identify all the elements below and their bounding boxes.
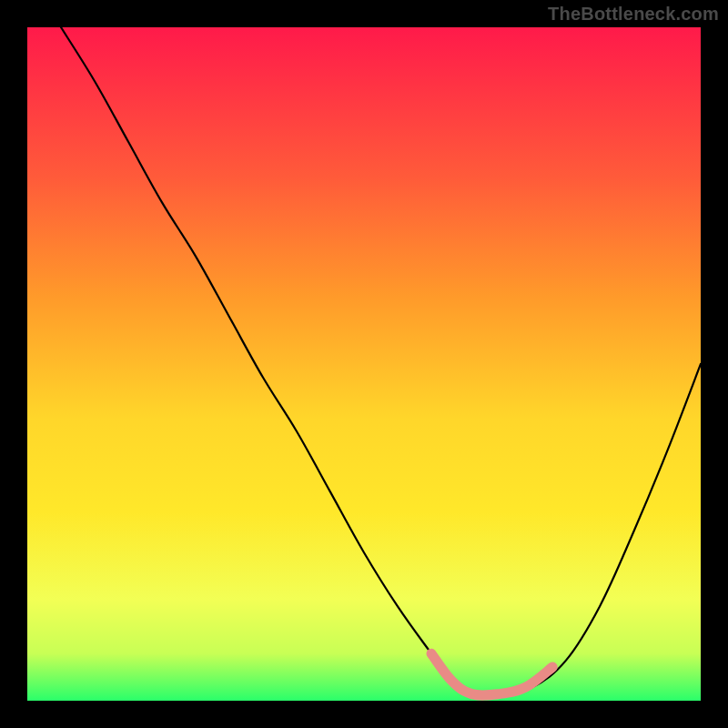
chart-svg	[27, 27, 701, 701]
watermark-text: TheBottleneck.com	[548, 4, 719, 25]
gradient-background	[27, 27, 701, 701]
plot-area	[27, 27, 701, 701]
chart-frame: TheBottleneck.com	[0, 0, 728, 728]
